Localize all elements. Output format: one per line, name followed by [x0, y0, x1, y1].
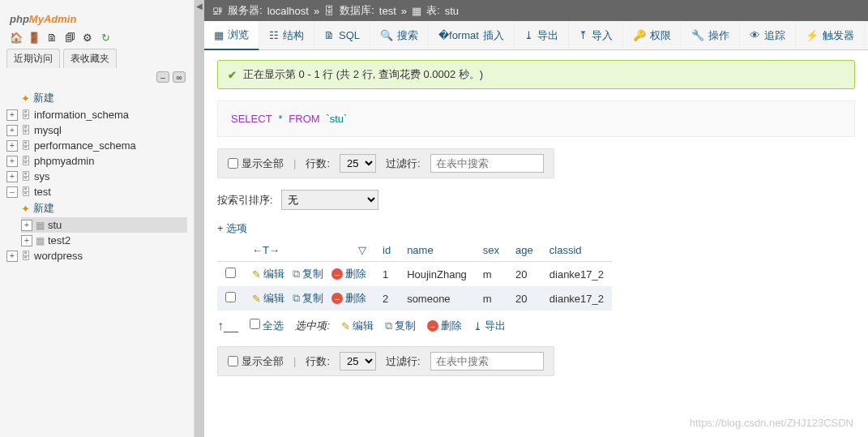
col-name[interactable]: name — [399, 239, 475, 262]
edit-button[interactable]: ✎编辑 — [252, 291, 284, 306]
copy-button[interactable]: ⧉复制 — [293, 291, 323, 306]
check-icon: ✔ — [228, 69, 237, 81]
search-icon: 🔍 — [380, 29, 393, 41]
database-icon: 🗄 — [21, 171, 31, 182]
breadcrumb-server[interactable]: localhost — [267, 5, 309, 17]
copy-icon: ⧉ — [293, 292, 300, 305]
breadcrumb: 🖳 服务器: localhost » 🗄 数据库: test » ▦ 表: st… — [204, 0, 868, 21]
row-checkbox[interactable] — [225, 268, 236, 278]
database-icon: 🗄 — [21, 156, 31, 167]
copy-icon: ⧉ — [293, 268, 300, 281]
filter-input-bottom[interactable] — [430, 352, 544, 371]
db-phpmyadmin[interactable]: +🗄phpmyadmin — [6, 153, 187, 169]
collapse-sidebar[interactable]: ◀ — [195, 0, 204, 437]
table-icon: ▦ — [412, 5, 421, 17]
gear-icon[interactable]: ⚙ — [81, 31, 94, 44]
db-information-schema[interactable]: +🗄information_schema — [6, 107, 187, 122]
db-label: 数据库: — [340, 3, 374, 18]
options-toggle[interactable]: + 选项 — [217, 221, 855, 236]
show-all-checkbox[interactable] — [228, 158, 238, 169]
collapse-all-icon[interactable]: – — [156, 71, 169, 83]
rows-select-bottom[interactable]: 25 — [340, 352, 376, 371]
db-performance-schema[interactable]: +🗄performance_schema — [6, 138, 187, 153]
home-icon[interactable]: 🏠 — [10, 31, 23, 44]
sql-query: SELECT * FROM `stu` — [217, 101, 855, 137]
query-icon[interactable]: 🗎 — [45, 31, 58, 44]
controls-top: 显示全部 | 行数: 25 过滤行: — [217, 148, 554, 178]
row-checkbox[interactable] — [225, 292, 236, 302]
col-classid[interactable]: classid — [541, 239, 612, 262]
db-sys[interactable]: +🗄sys — [6, 169, 187, 184]
browse-icon: ▦ — [214, 29, 224, 41]
docs-icon[interactable]: 🗐 — [63, 31, 76, 44]
pencil-icon: ✎ — [252, 268, 261, 281]
quick-icons: 🏠 🚪 🗎 🗐 ⚙ ↻ — [0, 29, 194, 49]
server-label: 服务器: — [228, 3, 263, 18]
bulk-delete[interactable]: –删除 — [427, 319, 462, 333]
bulk-actions: ↑__ 全选 选中项: ✎编辑 ⧉复制 –删除 ⤓导出 — [217, 319, 855, 333]
pencil-icon: ✎ — [341, 320, 350, 332]
top-menu: ▦浏览 ☷结构 🗎SQL 🔍搜索 �format插入 ⤓导出 ⤒导入 🔑权限 🔧… — [204, 21, 868, 50]
success-message: ✔ 正在显示第 0 - 1 行 (共 2 行, 查询花费 0.0002 秒。) — [217, 60, 855, 89]
tab-sql[interactable]: 🗎SQL — [314, 21, 370, 49]
operations-icon: 🔧 — [691, 29, 704, 41]
tab-browse[interactable]: ▦浏览 — [204, 21, 259, 50]
breadcrumb-table[interactable]: stu — [445, 5, 459, 17]
tab-favorites[interactable]: 表收藏夹 — [63, 49, 117, 68]
controls-bottom: 显示全部 | 行数: 25 过滤行: — [217, 346, 554, 376]
tab-tracking[interactable]: 👁追踪 — [740, 21, 796, 49]
select-all-checkbox[interactable] — [250, 319, 260, 329]
col-actions[interactable]: ←T→ ▽ — [244, 239, 374, 262]
tab-export[interactable]: ⤓导出 — [515, 21, 569, 49]
reload-icon[interactable]: ↻ — [99, 31, 112, 44]
db-mysql[interactable]: +🗄mysql — [6, 122, 187, 138]
tab-import[interactable]: ⤒导入 — [569, 21, 623, 49]
database-icon: 🗄 — [21, 186, 31, 198]
results-table: ←T→ ▽ id name sex age classid ✎编辑 ⧉复制 –删… — [217, 239, 612, 311]
delete-icon: – — [331, 268, 343, 280]
pencil-icon: ✎ — [252, 293, 261, 305]
database-icon: 🗄 — [21, 140, 31, 152]
tab-search[interactable]: 🔍搜索 — [370, 21, 429, 49]
database-icon: 🗄 — [21, 251, 31, 262]
db-test[interactable]: –🗄test — [6, 184, 187, 199]
breadcrumb-db[interactable]: test — [379, 5, 396, 17]
logout-icon[interactable]: 🚪 — [28, 31, 41, 44]
tab-insert[interactable]: �format插入 — [429, 21, 515, 49]
copy-button[interactable]: ⧉复制 — [293, 267, 323, 281]
delete-button[interactable]: –删除 — [331, 291, 366, 306]
bulk-export[interactable]: ⤓导出 — [473, 319, 506, 333]
bulk-edit[interactable]: ✎编辑 — [341, 319, 374, 333]
sort-label: 按索引排序: — [217, 193, 273, 208]
delete-icon: – — [331, 293, 343, 304]
link-icon[interactable]: ∞ — [173, 71, 186, 83]
new-table[interactable]: ✦新建 — [21, 199, 187, 217]
db-wordpress[interactable]: +🗄wordpress — [6, 248, 187, 263]
new-db[interactable]: ✦新建 — [6, 89, 187, 107]
logo[interactable]: phpMyAdmin — [0, 0, 194, 29]
rows-select[interactable]: 25 — [340, 154, 376, 173]
tab-structure[interactable]: ☷结构 — [259, 21, 314, 49]
show-all-checkbox-bottom[interactable] — [228, 356, 238, 366]
table-stu[interactable]: +▦stu — [21, 217, 187, 233]
col-sex[interactable]: sex — [475, 239, 507, 262]
bulk-copy[interactable]: ⧉复制 — [385, 319, 416, 333]
delete-button[interactable]: –删除 — [331, 267, 366, 281]
database-icon: 🗄 — [21, 109, 31, 121]
copy-icon: ⧉ — [385, 319, 392, 332]
table-test2[interactable]: +▦test2 — [21, 233, 187, 248]
col-age[interactable]: age — [507, 239, 541, 262]
tab-operations[interactable]: 🔧操作 — [682, 21, 740, 49]
col-id[interactable]: id — [374, 239, 399, 262]
server-icon: 🖳 — [212, 5, 223, 17]
tab-privileges[interactable]: 🔑权限 — [623, 21, 682, 49]
filter-input[interactable] — [430, 154, 544, 173]
edit-button[interactable]: ✎编辑 — [252, 267, 284, 281]
tab-triggers[interactable]: ⚡触发器 — [796, 21, 865, 49]
with-selected-label: 选中项: — [295, 319, 330, 333]
database-icon: 🗄 — [21, 125, 31, 136]
select-all-link[interactable]: 全选 — [263, 319, 284, 332]
watermark: https://blog.csdn.net/ZHJ123CSDN — [690, 417, 853, 429]
tab-recent[interactable]: 近期访问 — [6, 49, 60, 68]
sort-select[interactable]: 无 — [281, 190, 378, 210]
